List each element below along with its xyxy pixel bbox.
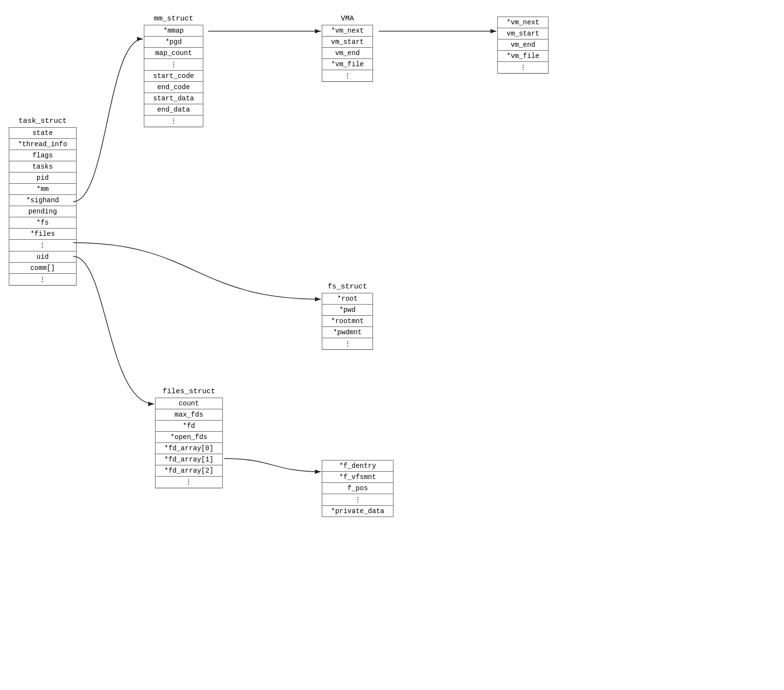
vma2-block: *vm_next vm_start vm_end *vm_file ⋮ [497, 15, 549, 74]
diagram: task_struct state *thread_info flags tas… [0, 0, 784, 690]
files-struct-title: files_struct [155, 387, 223, 396]
file-struct-block: *f_dentry *f_vfsmnt f_pos ⋮ *private_dat… [322, 458, 393, 517]
task-struct-field-flags: flags [9, 150, 77, 161]
mm-struct-field-mmap: *mmap [144, 25, 203, 37]
task-struct-field-mm: *mm [9, 184, 77, 195]
mm-struct-table: *mmap *pgd map_count ⋮ start_code end_co… [144, 25, 203, 127]
task-struct-field-state: state [9, 128, 77, 139]
mm-struct-title: mm_struct [144, 15, 203, 23]
arrow-fd-array [224, 459, 321, 472]
vma2-dots: ⋮ [498, 62, 549, 74]
vma1-title: VMA [322, 15, 373, 23]
task-struct-field-pending: pending [9, 206, 77, 217]
fs-struct-block: fs_struct *root *pwd *rootmnt *pwdmnt ⋮ [322, 283, 373, 350]
files-struct-table: count max_fds *fd *open_fds *fd_array[0]… [155, 398, 223, 488]
arrows-svg [0, 0, 784, 690]
arrow-files [73, 256, 154, 404]
task-struct-field-uid: uid [9, 251, 77, 263]
fs-struct-field-rootmnt: *rootmnt [322, 316, 373, 327]
vma1-table: *vm_next vm_start vm_end *vm_file ⋮ [322, 25, 373, 82]
task-struct-title: task_struct [9, 117, 77, 125]
file-struct-table: *f_dentry *f_vfsmnt f_pos ⋮ *private_dat… [322, 460, 393, 517]
mm-struct-field-end-code: end_code [144, 82, 203, 93]
files-struct-field-count: count [156, 398, 223, 409]
files-struct-field-fd: *fd [156, 421, 223, 432]
task-struct-field-tasks: tasks [9, 161, 77, 172]
fs-struct-dots: ⋮ [322, 338, 373, 350]
task-struct-dots1: ⋮ [9, 240, 77, 251]
vma1-field-vm-next: *vm_next [322, 25, 373, 37]
mm-struct-block: mm_struct *mmap *pgd map_count ⋮ start_c… [144, 15, 203, 127]
task-struct-dots2: ⋮ [9, 274, 77, 286]
vma1-dots: ⋮ [322, 70, 373, 82]
fs-struct-field-root: *root [322, 293, 373, 305]
vma2-table: *vm_next vm_start vm_end *vm_file ⋮ [497, 17, 549, 74]
fs-struct-table: *root *pwd *rootmnt *pwdmnt ⋮ [322, 293, 373, 350]
mm-struct-field-map-count: map_count [144, 48, 203, 59]
task-struct-field-fs: *fs [9, 217, 77, 229]
file-struct-field-f-vfsmnt: *f_vfsmnt [322, 472, 393, 483]
mm-struct-field-end-data: end_data [144, 104, 203, 115]
vma2-field-vm-file: *vm_file [498, 51, 549, 62]
task-struct-field-pid: pid [9, 172, 77, 184]
files-struct-field-fd-array-1: *fd_array[1] [156, 454, 223, 465]
task-struct-table: state *thread_info flags tasks pid *mm *… [9, 127, 77, 286]
files-struct-block: files_struct count max_fds *fd *open_fds… [155, 387, 223, 488]
vma1-field-vm-start: vm_start [322, 37, 373, 48]
mm-struct-field-start-code: start_code [144, 71, 203, 82]
files-struct-dots: ⋮ [156, 477, 223, 488]
fs-struct-field-pwd: *pwd [322, 305, 373, 316]
vma1-block: VMA *vm_next vm_start vm_end *vm_file ⋮ [322, 15, 373, 82]
arrow-mm [73, 39, 143, 202]
mm-struct-dots2: ⋮ [144, 115, 203, 127]
task-struct-field-sighand: *sighand [9, 195, 77, 206]
vma1-field-vm-file: *vm_file [322, 59, 373, 70]
files-struct-field-fd-array-0: *fd_array[0] [156, 443, 223, 454]
file-struct-dots: ⋮ [322, 494, 393, 506]
task-struct-field-comm: comm[] [9, 263, 77, 274]
file-struct-field-f-dentry: *f_dentry [322, 460, 393, 472]
files-struct-field-max-fds: max_fds [156, 409, 223, 421]
files-struct-field-fd-array-2: *fd_array[2] [156, 465, 223, 477]
mm-struct-field-start-data: start_data [144, 93, 203, 104]
mm-struct-field-pgd: *pgd [144, 37, 203, 48]
files-struct-field-open-fds: *open_fds [156, 432, 223, 443]
fs-struct-field-pwdmnt: *pwdmnt [322, 327, 373, 338]
mm-struct-dots1: ⋮ [144, 59, 203, 71]
task-struct-field-files: *files [9, 229, 77, 240]
file-struct-field-private-data: *private_data [322, 506, 393, 517]
file-struct-field-f-pos: f_pos [322, 483, 393, 494]
task-struct-field-thread-info: *thread_info [9, 139, 77, 150]
arrow-fs [73, 243, 321, 299]
vma2-field-vm-end: vm_end [498, 39, 549, 51]
vma2-field-vm-start: vm_start [498, 28, 549, 39]
task-struct-block: task_struct state *thread_info flags tas… [9, 117, 77, 286]
vma2-field-vm-next: *vm_next [498, 17, 549, 28]
vma1-field-vm-end: vm_end [322, 48, 373, 59]
fs-struct-title: fs_struct [322, 283, 373, 291]
